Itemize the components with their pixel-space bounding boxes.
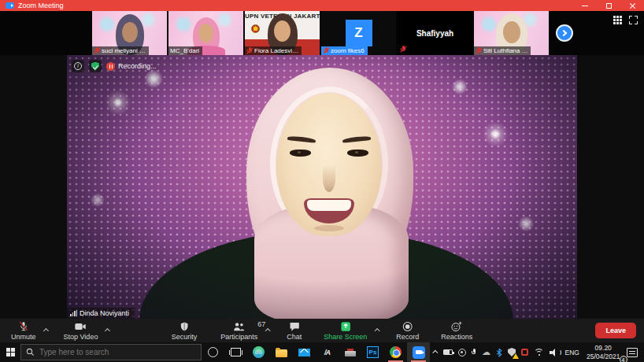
chat-bubble-icon <box>288 321 300 332</box>
folder-icon <box>276 349 287 357</box>
next-participants-button[interactable] <box>556 24 573 42</box>
muted-mic-icon <box>323 47 329 54</box>
photoshop-button[interactable]: Ps <box>361 342 384 362</box>
video-camera-icon <box>74 321 87 332</box>
minimize-icon <box>582 6 588 6</box>
task-view-button[interactable] <box>224 342 247 362</box>
minimize-button[interactable] <box>573 0 597 11</box>
upn-crest-logo <box>251 24 260 33</box>
mail-button[interactable] <box>293 342 316 362</box>
search-input[interactable] <box>39 348 181 356</box>
zoom-camera-icon <box>6 2 14 9</box>
leave-button[interactable]: Leave <box>595 323 636 338</box>
chat-label: Chat <box>287 333 302 341</box>
participant-tile-suci[interactable]: suci meliyani … <box>92 11 167 55</box>
record-label: Record <box>396 333 419 341</box>
participant-name: Shafiyyah <box>416 29 453 38</box>
wifi-tray-button[interactable] <box>531 342 547 362</box>
maximize-icon <box>606 3 612 9</box>
participant-face <box>503 21 520 43</box>
reactions-button[interactable]: Reactions <box>435 319 479 342</box>
cortana-button[interactable] <box>202 342 224 362</box>
clock-time: 09.20 <box>587 344 620 353</box>
participant-tile-fiora[interactable]: UPN VETERAN JAKARTA Fiora Ladesvi… <box>245 11 320 55</box>
encryption-status-button[interactable] <box>89 60 102 72</box>
participant-tile-mcbdari[interactable]: MC_B'dari <box>168 11 243 55</box>
recording-label: Recording... <box>118 62 157 70</box>
gallery-view-icon[interactable] <box>613 16 622 24</box>
fullscreen-icon[interactable] <box>629 16 638 24</box>
battery-icon <box>443 349 453 355</box>
onedrive-tray-button[interactable]: ☁ <box>479 342 494 362</box>
share-options-chevron[interactable] <box>374 327 379 333</box>
stop-video-button[interactable]: Stop Video <box>57 319 105 342</box>
participant-face <box>122 22 138 42</box>
share-screen-label: Share Screen <box>324 333 367 341</box>
tray-overflow-chevron[interactable] <box>431 342 441 362</box>
security-button[interactable]: Security <box>165 319 204 342</box>
record-button[interactable]: Record <box>390 319 425 342</box>
close-button[interactable] <box>620 0 644 11</box>
avatar-letter: Z <box>346 20 372 46</box>
mail-icon <box>298 349 310 356</box>
printer-app-button[interactable] <box>339 342 361 362</box>
chevron-up-icon <box>432 350 438 356</box>
taskbar-search[interactable] <box>20 344 202 360</box>
antivirus-tray-button[interactable] <box>519 342 531 362</box>
file-explorer-button[interactable] <box>270 342 293 362</box>
share-screen-button[interactable]: Share Screen <box>317 319 373 342</box>
participant-name-tag: MC_B'dari <box>168 46 202 55</box>
participant-name: suci meliyani … <box>102 47 146 54</box>
meeting-toolbar: Unmute Stop Video Security 67 <box>0 319 644 342</box>
participants-button[interactable]: 67 Participants <box>214 319 264 342</box>
clock-date: 25/04/2021 <box>587 353 620 361</box>
battery-tray-button[interactable] <box>441 342 456 362</box>
system-tray: ☁ ENG 09.2025/04/2021 4 <box>431 342 644 362</box>
ia-app-icon: /A <box>324 349 330 356</box>
bluetooth-tray-button[interactable] <box>494 342 505 362</box>
action-center-icon <box>627 348 638 357</box>
cloud-icon: ☁ <box>482 348 490 356</box>
start-button[interactable] <box>0 342 20 362</box>
microphone-icon <box>472 349 476 356</box>
unmute-button[interactable]: Unmute <box>5 319 43 342</box>
recording-indicator[interactable]: Recording... <box>106 62 157 71</box>
webcam-tray-button[interactable] <box>456 342 469 362</box>
zoom-app-icon <box>413 346 425 359</box>
chrome-button[interactable] <box>384 342 407 362</box>
participant-name: Fiora Ladesvi… <box>254 47 298 54</box>
active-speaker-video[interactable]: i Recording... Dinda Noviyanti <box>67 55 577 319</box>
zoom-app-button[interactable] <box>407 342 430 362</box>
muted-mic-icon <box>246 47 253 54</box>
volume-icon <box>550 349 559 356</box>
title-bar: Zoom Meeting <box>0 0 644 11</box>
participant-name-tag: suci meliyani … <box>92 46 149 55</box>
volume-tray-button[interactable] <box>547 342 562 362</box>
recording-pause-icon <box>106 62 115 71</box>
speaker-name: Dinda Noviyanti <box>80 309 129 317</box>
muted-mic-icon <box>400 46 406 53</box>
action-center-button[interactable]: 4 <box>624 342 644 362</box>
chevron-right-icon <box>561 30 567 36</box>
participant-tile-shafiyyah[interactable]: Shafiyyah <box>398 11 472 55</box>
search-icon <box>26 348 35 356</box>
audio-options-chevron[interactable] <box>43 327 48 333</box>
participants-label: Participants <box>220 333 257 341</box>
edge-button[interactable] <box>247 342 270 362</box>
meeting-info-button[interactable]: i <box>72 60 84 72</box>
ia-app-button[interactable]: /A <box>316 342 339 362</box>
participant-tile-zoomfikes[interactable]: Z zoom fikes6 <box>321 11 396 55</box>
security-tray-button[interactable] <box>505 342 519 362</box>
participant-tile-siti[interactable]: Siti Luthfiana … <box>474 11 549 55</box>
language-indicator[interactable]: ENG <box>562 342 583 362</box>
maximize-button[interactable] <box>597 0 620 11</box>
mic-tray-button[interactable] <box>469 342 479 362</box>
chat-button[interactable]: Chat <box>280 319 308 342</box>
taskbar-clock[interactable]: 09.2025/04/2021 <box>583 342 624 362</box>
video-vignette <box>67 55 577 319</box>
participants-options-chevron[interactable] <box>265 327 270 333</box>
participant-face <box>274 20 291 42</box>
reactions-smiley-icon <box>451 321 463 332</box>
participant-name: Siti Luthfiana … <box>483 47 527 54</box>
video-options-chevron[interactable] <box>105 327 110 333</box>
